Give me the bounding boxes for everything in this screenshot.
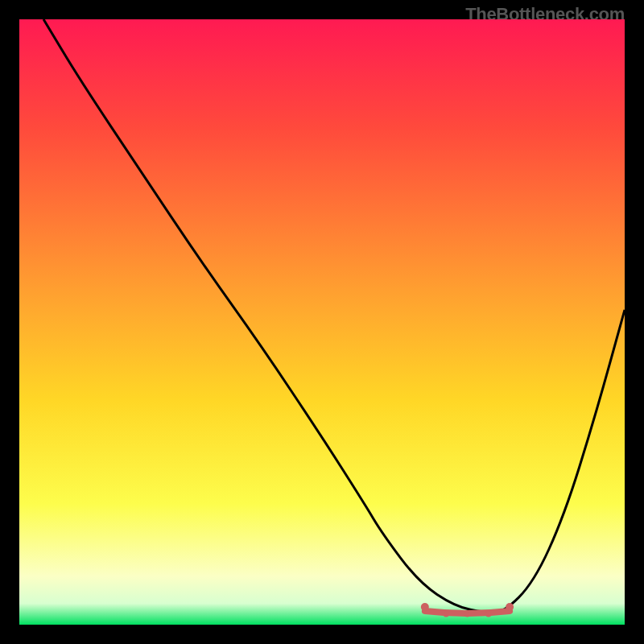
svg-point-1 bbox=[421, 603, 429, 611]
curve-path bbox=[43, 19, 625, 613]
svg-point-2 bbox=[506, 603, 514, 611]
svg-point-3 bbox=[444, 611, 449, 617]
chart-frame: TheBottleneck.com bbox=[19, 19, 625, 625]
svg-point-5 bbox=[485, 611, 491, 617]
bottleneck-curve bbox=[19, 19, 625, 625]
svg-point-4 bbox=[464, 611, 470, 617]
